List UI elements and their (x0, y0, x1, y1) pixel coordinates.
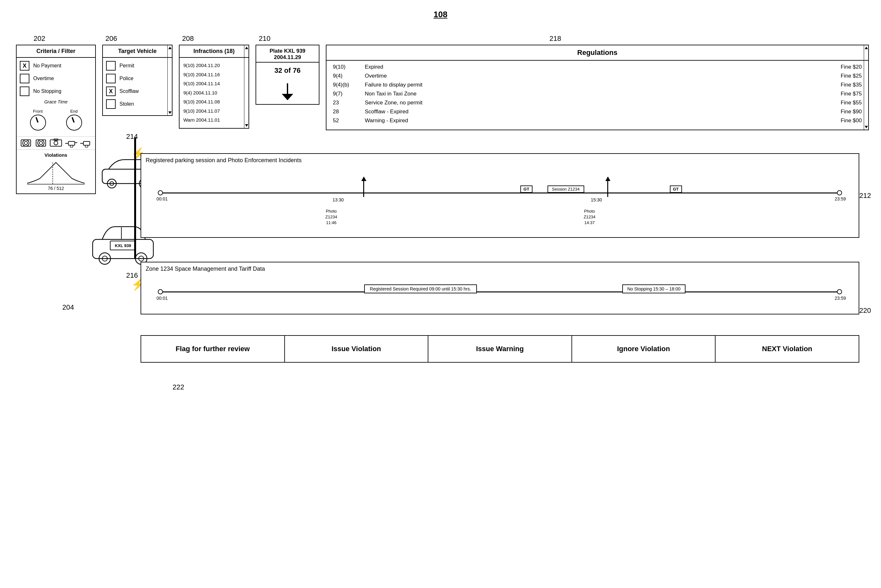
zone-timeline-line: Registered Session Required 09:00 until … (160, 291, 839, 292)
infractions-list: 9(10) 2004.11.20 9(10) 2004.11.16 9(10) … (179, 58, 248, 128)
ref-204: 204 (62, 303, 74, 312)
violations-chart (19, 159, 93, 185)
panel-scroll[interactable] (167, 45, 172, 115)
target-item-police[interactable]: Police (106, 74, 169, 83)
target-item-scofflaw[interactable]: X Scofflaw (106, 87, 169, 96)
reg-fine-6: Fine $00 (824, 117, 862, 124)
next-violation-button[interactable]: NEXT Violation (716, 336, 858, 362)
ignore-violation-button[interactable]: Ignore Violation (572, 336, 716, 362)
zone-title: Zone 1234 Space Management and Tariff Da… (141, 262, 858, 276)
arrow-shaft-2 (607, 181, 608, 197)
reg-code-4: 23 (333, 100, 365, 106)
camera-icon-3 (50, 138, 62, 148)
criteria-items: X No Payment Overtime No Stopping Grace … (17, 58, 95, 136)
timeline-dot-left (158, 190, 163, 195)
criteria-panel: Criteria / Filter X No Payment Overtime … (16, 45, 96, 194)
zone-time-start: 00:01 (156, 296, 168, 301)
checkbox-overtime[interactable] (20, 74, 29, 83)
checkbox-police[interactable] (106, 74, 116, 83)
plate-down-arrow (278, 82, 297, 101)
zone-session-box: Registered Session Required 09:00 until … (364, 284, 477, 293)
reg-fine-2: Fine $35 (824, 82, 862, 88)
front-dial-label: Front (33, 109, 42, 114)
svg-point-6 (54, 141, 58, 145)
violations-count: 76 / 512 (19, 186, 93, 191)
reg-code-6: 52 (333, 117, 365, 124)
arrow-1-area (361, 177, 366, 197)
label-scofflaw: Scofflaw (119, 88, 138, 94)
camera-icon-2 (35, 138, 47, 148)
page-number: 108 (433, 10, 447, 20)
checkbox-no-payment[interactable]: X (20, 61, 29, 70)
reg-row-1: 9(4) Overtime Fine $25 (333, 73, 862, 79)
reg-fine-3: Fine $75 (824, 91, 862, 97)
reg-desc-2: Failure to display permit (365, 82, 824, 88)
criteria-item-0[interactable]: X No Payment (20, 61, 92, 70)
reg-fine-5: Fine $90 (824, 108, 862, 115)
timeline-area: GT Session Z1234 GT 00:01 23:59 13:30 Ph… (141, 167, 858, 237)
regulations-panel: Regulations 9(10) Expired Fine $20 9(4) … (326, 45, 869, 130)
reg-fine-1: Fine $25 (824, 73, 862, 79)
infractions-panel: Infractions (18) 9(10) 2004.11.20 9(10) … (179, 45, 249, 129)
reg-fine-4: Fine $55 (824, 100, 862, 106)
criteria-title: Criteria / Filter (17, 45, 95, 58)
violations-section: Violations 76 / 512 (17, 150, 95, 194)
violations-title: Violations (19, 152, 93, 158)
checkbox-no-stopping[interactable] (20, 87, 29, 96)
svg-text:KXL 939: KXL 939 (115, 243, 131, 248)
regulations-scroll[interactable] (864, 45, 868, 130)
reg-fine-0: Fine $20 (824, 64, 862, 70)
checkbox-permit[interactable] (106, 61, 116, 70)
reg-code-1: 9(4) (333, 73, 365, 79)
target-item-permit[interactable]: Permit (106, 61, 169, 70)
svg-point-0 (23, 140, 29, 146)
gt-box-1: GT (520, 186, 532, 193)
infractions-scroll[interactable] (244, 45, 248, 128)
scroll-up-arrow[interactable] (168, 46, 171, 49)
svg-marker-32 (282, 94, 293, 100)
scanner-icon-1 (65, 138, 77, 148)
ref-208: 208 (182, 34, 194, 43)
end-dial[interactable] (66, 115, 82, 130)
infraction-3: 9(4) 2004.11.10 (183, 88, 245, 98)
icons-row (17, 136, 95, 150)
front-dial[interactable] (30, 115, 46, 130)
checkbox-stolen[interactable] (106, 99, 116, 109)
time-1330: 13:30 (332, 197, 344, 202)
checkbox-scofflaw[interactable]: X (106, 87, 116, 96)
flag-review-button[interactable]: Flag for further review (141, 336, 285, 362)
scroll-down-arrow[interactable] (168, 111, 171, 114)
time-end: 23:59 (835, 196, 846, 201)
zone-panel: Zone 1234 Space Management and Tariff Da… (141, 262, 859, 314)
infractions-scroll-down[interactable] (245, 124, 248, 127)
ref-214: 214 (126, 132, 138, 141)
reg-row-4: 23 Service Zone, no permit Fine $55 (333, 100, 862, 106)
label-police: Police (119, 76, 134, 81)
label-no-stopping: No Stopping (33, 88, 61, 94)
reg-row-5: 28 Scofflaw - Expired Fine $90 (333, 108, 862, 115)
target-title: Target Vehicle (103, 45, 172, 58)
reg-desc-4: Service Zone, no permit (365, 100, 824, 106)
criteria-item-1[interactable]: Overtime (20, 74, 92, 83)
regulations-scroll-down[interactable] (865, 126, 868, 128)
infraction-0: 9(10) 2004.11.20 (183, 61, 245, 70)
end-dial-container: End (66, 109, 82, 130)
criteria-item-2[interactable]: No Stopping (20, 87, 92, 96)
regulations-scroll-up[interactable] (865, 46, 868, 49)
label-permit: Permit (119, 63, 134, 69)
target-item-stolen[interactable]: Stolen (106, 99, 169, 109)
page-container: 108 202 204 206 208 210 212 214 216 218 … (0, 0, 881, 588)
target-panel: Target Vehicle Permit Police X Scofflaw … (102, 45, 173, 116)
plate-panel: Plate KXL 939 2004.11.29 32 of 76 (256, 45, 319, 105)
issue-violation-button[interactable]: Issue Violation (285, 336, 429, 362)
svg-point-4 (39, 141, 42, 145)
reg-row-0: 9(10) Expired Fine $20 (333, 64, 862, 70)
arrow-2-area (605, 177, 610, 197)
regulations-table: 9(10) Expired Fine $20 9(4) Overtime Fin… (326, 61, 868, 130)
front-dial-container: Front (30, 109, 46, 130)
infractions-title: Infractions (18) (179, 45, 248, 58)
reg-desc-6: Warning - Expired (365, 117, 824, 124)
reg-code-3: 9(7) (333, 91, 365, 97)
infractions-scroll-up[interactable] (245, 46, 248, 49)
issue-warning-button[interactable]: Issue Warning (428, 336, 572, 362)
